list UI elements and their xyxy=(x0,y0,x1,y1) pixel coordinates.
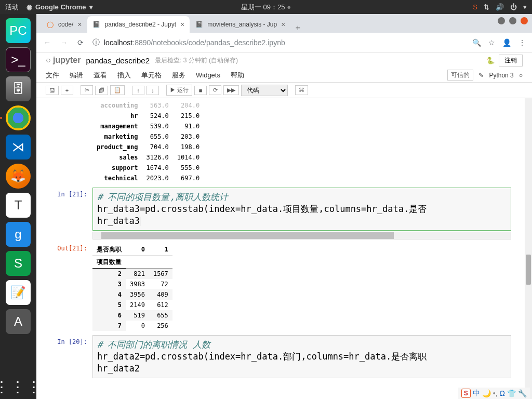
close-icon[interactable]: × xyxy=(180,20,184,29)
tab-pandas-describe2[interactable]: 📓 pandas_describe2 - Jupyt × xyxy=(87,16,190,33)
menu-help[interactable]: 帮助 xyxy=(231,71,244,80)
save-button[interactable]: 🖫 xyxy=(46,86,59,95)
move-down-button[interactable]: ↓ xyxy=(147,86,159,95)
dock-show-apps[interactable]: ⋮⋮⋮ xyxy=(6,374,31,399)
menu-view[interactable]: 查看 xyxy=(94,71,107,80)
url-input[interactable]: ⓘ localhost:8890/notebooks/code/pandas_d… xyxy=(92,38,465,47)
site-info-icon[interactable]: ⓘ xyxy=(92,38,100,47)
menu-insert[interactable]: 插入 xyxy=(117,71,131,80)
restart-run-all-button[interactable]: ▶▶ xyxy=(223,85,239,95)
logout-button[interactable]: 注销 xyxy=(499,55,523,66)
restart-button[interactable]: ⟳ xyxy=(209,85,221,95)
volume-icon[interactable]: 🔊 xyxy=(496,3,504,11)
address-bar: ← → ⟳ ⓘ localhost:8890/notebooks/code/pa… xyxy=(36,33,532,52)
dock-app-blue[interactable]: g xyxy=(6,222,31,247)
menu-widgets[interactable]: Widgets xyxy=(196,71,220,79)
search-icon[interactable]: 🔍 xyxy=(472,38,481,47)
jupyter-icon: 📓 xyxy=(195,20,203,29)
move-up-button[interactable]: ↑ xyxy=(132,86,144,95)
dock-notes[interactable]: 📝 xyxy=(6,280,31,305)
window-maximize[interactable] xyxy=(509,17,516,24)
in-prompt-20: In [20]: xyxy=(46,335,92,378)
ime-indicator-icon[interactable]: S xyxy=(473,3,477,11)
notebook-toolbar: 🖫 + ✂ 🗐 📋 ↑ ↓ ▶ 运行 ■ ⟳ ▶▶ 代码 ⌘ xyxy=(36,83,532,98)
power-icon[interactable]: ⏻ xyxy=(510,3,517,11)
trusted-indicator[interactable]: 可信的 xyxy=(447,70,473,81)
cell-type-select[interactable]: 代码 xyxy=(241,85,288,96)
forward-button[interactable]: → xyxy=(59,38,69,47)
python-icon: 🐍 xyxy=(486,57,495,64)
ime-tray[interactable]: S 中 🌙•, Ω 👕 🔧 xyxy=(458,388,530,399)
profile-icon[interactable]: 👤 xyxy=(502,38,511,47)
new-tab-button[interactable]: + xyxy=(290,23,305,33)
code-cell-21[interactable]: # 不同的项目数量,离职人数统计 hr_data3=pd.crosstab(in… xyxy=(92,188,511,231)
clock[interactable]: 星期一 09：25 ● xyxy=(241,3,291,12)
menu-cell[interactable]: 单元格 xyxy=(141,71,162,80)
dock-chrome[interactable] xyxy=(6,105,31,130)
window-close[interactable] xyxy=(521,17,528,24)
menu-edit[interactable]: 编辑 xyxy=(70,71,83,80)
copy-button[interactable]: 🗐 xyxy=(95,86,108,95)
notebook-body[interactable]: accounting563.0204.0hr524.0215.0manageme… xyxy=(36,98,532,399)
output-table-departments: accounting563.0204.0hr524.0215.0manageme… xyxy=(92,100,204,183)
dock-vscode[interactable]: ⋊ xyxy=(6,135,31,159)
chrome-window: ◯ code/ × 📓 pandas_describe2 - Jupyt × 📓… xyxy=(36,14,532,399)
kernel-idle-icon: ○ xyxy=(519,72,523,79)
jupyter-icon: ◯ xyxy=(46,20,54,29)
vertical-scrollbar[interactable] xyxy=(525,98,532,399)
notebook-title[interactable]: pandas_describe2 xyxy=(86,56,150,65)
insert-cell-button[interactable]: + xyxy=(61,86,73,95)
in-prompt-21: In [21]: xyxy=(46,188,92,240)
tab-movielens[interactable]: 📓 movielens_analysis - Jup × xyxy=(190,16,290,33)
reload-button[interactable]: ⟳ xyxy=(76,38,85,47)
active-app-title[interactable]: ◉ Google Chrome ▾ xyxy=(26,3,93,11)
run-button[interactable]: ▶ 运行 xyxy=(166,85,192,96)
dock-pycharm[interactable]: PC xyxy=(6,18,31,43)
caret-down-icon[interactable]: ▾ xyxy=(523,3,527,11)
chrome-icon: ◉ xyxy=(26,3,32,11)
interrupt-button[interactable]: ■ xyxy=(194,86,207,95)
output-table-crosstab: 是否离职01项目数量282115673398372439564095214961… xyxy=(92,244,172,331)
code-cell-20[interactable]: # 不同部门的离职情况 人数 hr_data2=pd.crosstab(inde… xyxy=(92,335,511,378)
tab-bar: ◯ code/ × 📓 pandas_describe2 - Jupyt × 📓… xyxy=(36,14,532,33)
checkpoint-status: 最后检查: 3 分钟前 (自动保存) xyxy=(155,56,238,65)
paste-button[interactable]: 📋 xyxy=(110,85,125,95)
dock-firefox[interactable]: 🦊 xyxy=(6,164,31,189)
ime-icon[interactable]: S xyxy=(461,389,471,398)
out-prompt-21: Out[21]: xyxy=(46,242,92,333)
close-icon[interactable]: × xyxy=(77,20,82,29)
horizontal-scrollbar[interactable] xyxy=(92,232,511,240)
dock-wps[interactable]: S xyxy=(6,251,31,276)
jupyter-logo[interactable]: ○ jupyter xyxy=(46,56,81,65)
notebook-menubar: 文件 编辑 查看 插入 单元格 服务 Widgets 帮助 可信的 ✎ Pyth… xyxy=(36,68,532,83)
dock-terminal[interactable]: >_ xyxy=(6,47,31,72)
dock-files[interactable]: 🗄 xyxy=(6,76,31,101)
activities-button[interactable]: 活动 xyxy=(5,3,19,12)
jupyter-icon: 📓 xyxy=(92,20,101,29)
command-palette-button[interactable]: ⌘ xyxy=(295,85,308,95)
network-icon[interactable]: ⇅ xyxy=(484,3,489,11)
system-top-bar: 活动 ◉ Google Chrome ▾ 星期一 09：25 ● S ⇅ 🔊 ⏻… xyxy=(0,0,532,14)
jupyter-notebook: ○ jupyter pandas_describe2 最后检查: 3 分钟前 (… xyxy=(36,52,532,399)
bookmark-icon[interactable]: ☆ xyxy=(488,38,495,47)
menu-kernel[interactable]: 服务 xyxy=(172,71,185,80)
dock: PC >_ 🗄 ⋊ 🦊 T g S 📝 A ⋮⋮⋮ xyxy=(0,14,36,399)
menu-icon[interactable]: ⋮ xyxy=(518,38,526,47)
window-minimize[interactable] xyxy=(498,17,505,24)
dock-text-editor[interactable]: T xyxy=(6,193,31,218)
back-button[interactable]: ← xyxy=(43,38,52,47)
edit-mode-icon: ✎ xyxy=(478,72,484,79)
menu-file[interactable]: 文件 xyxy=(46,71,59,80)
cut-button[interactable]: ✂ xyxy=(81,85,93,95)
tab-code[interactable]: ◯ code/ × xyxy=(41,16,87,33)
close-icon[interactable]: × xyxy=(281,20,285,29)
notebook-header: ○ jupyter pandas_describe2 最后检查: 3 分钟前 (… xyxy=(36,52,532,68)
kernel-name[interactable]: Python 3 xyxy=(489,72,513,79)
dock-software-updater[interactable]: A xyxy=(6,309,31,334)
